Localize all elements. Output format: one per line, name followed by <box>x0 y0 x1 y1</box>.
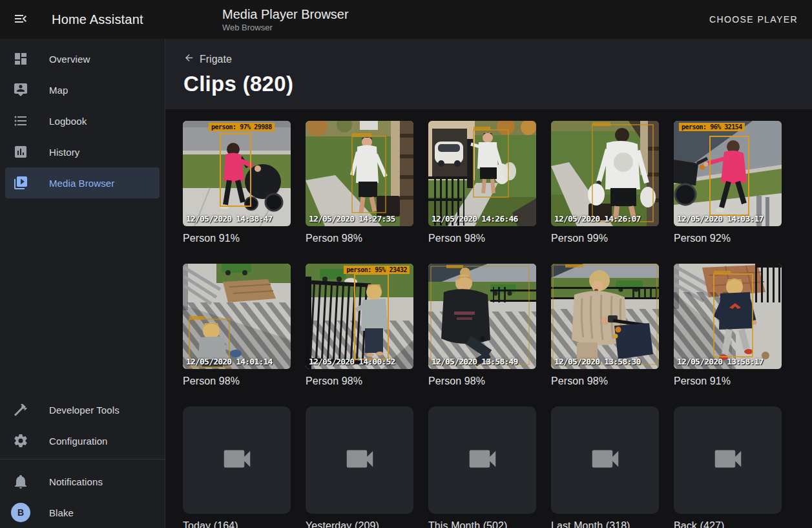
sidebar-item-notifications[interactable]: Notifications <box>5 466 160 497</box>
clip-caption: Person 98% <box>428 375 536 387</box>
media-browser-icon <box>13 175 28 191</box>
folder-label: Today (164) <box>183 520 291 528</box>
video-camera-icon <box>220 441 255 479</box>
app-header: Home Assistant Media Player Browser Web … <box>0 0 812 39</box>
breadcrumb-label: Frigate <box>200 54 232 65</box>
folder-tile <box>674 407 782 514</box>
timestamp-overlay: 12/05/2020 13:58:49 <box>432 357 518 366</box>
folder-card-last-month[interactable]: Last Month (318) <box>551 407 659 528</box>
folder-tile <box>428 407 536 514</box>
timestamp-overlay: 12/05/2020 14:26:07 <box>554 214 641 224</box>
sidebar-divider <box>0 459 165 459</box>
app-title: Home Assistant <box>52 12 143 27</box>
folder-label: Back (427) <box>674 520 782 528</box>
sidebar-item-logbook[interactable]: Logbook <box>5 105 160 136</box>
sidebar-item-history[interactable]: History <box>5 136 160 167</box>
page-title: Clips (820) <box>183 72 796 96</box>
sidebar: Overview Map Logbook History Media Brows… <box>0 39 165 528</box>
folder-label: Last Month (318) <box>551 520 659 528</box>
logbook-list-icon <box>13 113 28 129</box>
clip-thumbnail: 12/05/2020 14:26:46 <box>428 121 536 226</box>
media-browser-panel: Frigate Clips (820) <box>165 39 812 528</box>
sidebar-item-configuration[interactable]: Configuration <box>5 425 160 456</box>
clip-caption: Person 98% <box>551 375 659 387</box>
video-camera-icon <box>588 441 623 479</box>
sidebar-item-map[interactable]: Map <box>5 74 160 105</box>
clip-card[interactable]: person: 97% 29988 12/05/2020 14:38:47 Pe… <box>183 121 291 244</box>
breadcrumb-back[interactable]: Frigate <box>183 52 232 66</box>
hammer-icon <box>13 402 28 417</box>
clip-thumbnail: 12/05/2020 14:01:14 <box>183 264 291 369</box>
content-header: Frigate Clips (820) <box>165 39 812 109</box>
detection-label: person: 96% 32154 <box>679 123 745 131</box>
history-chart-icon <box>13 144 28 160</box>
clip-card[interactable]: 12/05/2020 13:58:17 Person 91% <box>674 264 782 387</box>
clip-caption: Person 92% <box>674 232 782 244</box>
clip-thumbnail: person: 95% 23432 12/05/2020 14:00:52 <box>306 264 413 369</box>
clip-card[interactable]: 12/05/2020 14:01:14 Person 98% <box>183 264 291 387</box>
bell-icon <box>13 474 28 489</box>
clip-caption: Person 91% <box>674 375 782 387</box>
user-name: Blake <box>49 507 74 518</box>
choose-player-button[interactable]: CHOOSE PLAYER <box>704 8 803 31</box>
detection-label: person: 97% 29988 <box>209 123 275 131</box>
clip-caption: Person 98% <box>306 375 413 387</box>
clip-card[interactable]: 12/05/2020 14:26:07 Person 99% <box>551 121 659 244</box>
gear-icon <box>13 433 28 449</box>
folder-tile <box>306 407 413 514</box>
video-camera-icon <box>465 441 500 479</box>
avatar: B <box>11 503 30 522</box>
folder-label: Yesterday (209) <box>306 520 413 528</box>
media-player-subtitle: Web Browser <box>222 23 349 32</box>
folder-card-this-month[interactable]: This Month (502) <box>428 407 536 528</box>
clip-caption: Person 98% <box>306 232 413 244</box>
clip-thumbnail: person: 96% 32154 12/05/2020 14:03:17 <box>674 121 782 226</box>
timestamp-overlay: 12/05/2020 14:26:46 <box>432 214 518 224</box>
clip-caption: Person 98% <box>428 232 536 244</box>
clip-thumbnail: 12/05/2020 14:26:07 <box>551 121 659 226</box>
timestamp-overlay: 12/05/2020 14:38:47 <box>186 214 273 224</box>
sidebar-item-media-browser[interactable]: Media Browser <box>5 167 160 198</box>
timestamp-overlay: 12/05/2020 14:27:35 <box>309 214 395 224</box>
timestamp-overlay: 12/05/2020 13:58:30 <box>554 357 641 366</box>
sidebar-item-developer-tools[interactable]: Developer Tools <box>5 394 160 425</box>
clip-caption: Person 91% <box>183 232 291 244</box>
arrow-left-icon <box>183 52 194 66</box>
folder-card-today[interactable]: Today (164) <box>183 407 291 528</box>
clip-thumbnail: 12/05/2020 13:58:17 <box>674 264 782 369</box>
timestamp-overlay: 12/05/2020 14:00:52 <box>309 357 395 366</box>
video-camera-icon <box>342 441 377 479</box>
folder-tile <box>183 407 291 514</box>
clip-thumbnail: 12/05/2020 13:58:49 <box>428 264 536 369</box>
clip-card[interactable]: 12/05/2020 13:58:30 Person 98% <box>551 264 659 387</box>
timestamp-overlay: 12/05/2020 14:01:14 <box>186 357 273 366</box>
clip-caption: Person 98% <box>183 375 291 387</box>
folder-card-yesterday[interactable]: Yesterday (209) <box>306 407 413 528</box>
sidebar-item-user-profile[interactable]: B Blake <box>5 497 160 528</box>
video-camera-icon <box>711 441 745 479</box>
media-player-header: Media Player Browser Web Browser <box>222 6 349 32</box>
media-player-title: Media Player Browser <box>222 6 349 22</box>
clip-thumbnail: 12/05/2020 14:27:35 <box>306 121 413 226</box>
clips-grid: person: 97% 29988 12/05/2020 14:38:47 Pe… <box>165 109 812 528</box>
map-account-icon <box>13 82 28 98</box>
detection-label: person: 95% 23432 <box>344 266 410 274</box>
timestamp-overlay: 12/05/2020 14:03:17 <box>677 214 764 224</box>
folder-card-back[interactable]: Back (427) <box>674 407 782 528</box>
dashboard-icon <box>13 51 28 67</box>
menu-open-icon <box>13 11 28 28</box>
clip-card[interactable]: person: 95% 23432 12/05/2020 14:00:52 Pe… <box>306 264 413 387</box>
clip-thumbnail: 12/05/2020 13:58:30 <box>551 264 659 369</box>
sidebar-toggle-button[interactable] <box>5 4 36 35</box>
folder-label: This Month (502) <box>428 520 536 528</box>
timestamp-overlay: 12/05/2020 13:58:17 <box>677 357 764 366</box>
clip-thumbnail: person: 97% 29988 12/05/2020 14:38:47 <box>183 121 291 226</box>
sidebar-item-overview[interactable]: Overview <box>5 43 160 74</box>
clip-card[interactable]: 12/05/2020 13:58:49 Person 98% <box>428 264 536 387</box>
folder-tile <box>551 407 659 514</box>
clip-caption: Person 99% <box>551 232 659 244</box>
clip-card[interactable]: 12/05/2020 14:26:46 Person 98% <box>428 121 536 244</box>
clip-card[interactable]: 12/05/2020 14:27:35 Person 98% <box>306 121 413 244</box>
clip-card[interactable]: person: 96% 32154 12/05/2020 14:03:17 Pe… <box>674 121 782 244</box>
